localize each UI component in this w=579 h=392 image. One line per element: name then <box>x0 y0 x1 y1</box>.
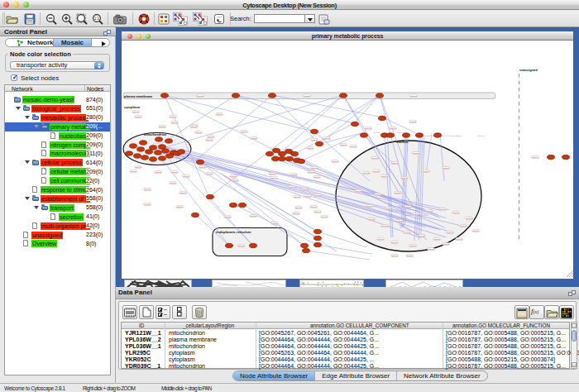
svg-text:(new id): (new id) <box>340 144 347 146</box>
svg-text:(new id): (new id) <box>447 232 453 233</box>
svg-text:(new id): (new id) <box>350 146 356 147</box>
svg-text:(new id): (new id) <box>423 170 429 172</box>
svg-text:(new id): (new id) <box>366 205 373 207</box>
svg-text:(new id): (new id) <box>290 174 297 175</box>
svg-text:(new id): (new id) <box>232 179 238 181</box>
svg-text:(new id): (new id) <box>311 167 318 169</box>
svg-text:(new id): (new id) <box>355 190 361 192</box>
svg-text:(new id): (new id) <box>413 152 419 154</box>
svg-text:cytoplasm: cytoplasm <box>124 105 141 109</box>
svg-text:(new id): (new id) <box>294 196 300 198</box>
svg-text:(new id): (new id) <box>171 171 178 173</box>
svg-text:(new id): (new id) <box>224 216 231 218</box>
svg-text:(new id): (new id) <box>206 173 213 174</box>
svg-text:(new id): (new id) <box>456 238 462 240</box>
svg-text:(new id): (new id) <box>404 206 411 208</box>
svg-text:(new id): (new id) <box>371 157 378 159</box>
svg-text:(new id): (new id) <box>385 208 391 209</box>
svg-text:(new id): (new id) <box>308 171 314 173</box>
svg-text:(new id): (new id) <box>401 177 408 179</box>
svg-text:(new id): (new id) <box>477 135 485 137</box>
svg-text:(new id): (new id) <box>391 162 398 164</box>
svg-text:(new id): (new id) <box>381 175 388 177</box>
svg-text:(new id): (new id) <box>293 213 299 214</box>
svg-text:(new id): (new id) <box>301 189 308 190</box>
svg-text:(new id): (new id) <box>439 208 446 210</box>
svg-text:(new id): (new id) <box>433 238 440 240</box>
svg-text:(new id): (new id) <box>289 186 295 188</box>
svg-text:(new id): (new id) <box>135 166 141 168</box>
svg-text:(new id): (new id) <box>368 218 375 220</box>
svg-text:(new id): (new id) <box>428 248 434 250</box>
svg-text:(new id): (new id) <box>304 95 310 97</box>
svg-text:(new id): (new id) <box>377 238 384 240</box>
svg-text:(new id): (new id) <box>460 225 467 227</box>
svg-text:(new id): (new id) <box>323 137 330 139</box>
svg-text:(new id): (new id) <box>237 245 244 246</box>
svg-text:(new id): (new id) <box>426 210 433 212</box>
svg-text:(new id): (new id) <box>409 245 416 246</box>
svg-text:(new id): (new id) <box>472 230 479 232</box>
svg-text:(new id): (new id) <box>332 160 338 162</box>
svg-text:(new id): (new id) <box>269 173 275 174</box>
svg-text:(new id): (new id) <box>410 95 417 97</box>
svg-text:(new id): (new id) <box>314 194 321 196</box>
svg-text:(new id): (new id) <box>251 137 257 139</box>
svg-text:(new id): (new id) <box>375 194 381 195</box>
svg-text:unassigned: unassigned <box>519 68 538 72</box>
svg-text:(new id): (new id) <box>271 222 278 224</box>
svg-text:nucleus: nucleus <box>396 140 409 144</box>
svg-text:(new id): (new id) <box>363 172 370 174</box>
svg-text:(new id): (new id) <box>443 167 449 169</box>
svg-text:annotation.GO CELLULAR_COMPONE: annotation.GO CELLULAR_COMPONENT <box>424 135 462 137</box>
svg-text:(new id): (new id) <box>199 166 206 168</box>
svg-text:(new id): (new id) <box>313 176 320 178</box>
svg-text:(new id): (new id) <box>395 192 401 194</box>
svg-text:(new id): (new id) <box>419 235 425 237</box>
svg-text:(new id): (new id) <box>466 218 472 219</box>
svg-text:(new id): (new id) <box>373 131 380 134</box>
svg-text:(new id): (new id) <box>171 122 178 123</box>
svg-text:(new id): (new id) <box>144 189 151 190</box>
svg-text:(new id): (new id) <box>373 170 380 172</box>
svg-text:(new id): (new id) <box>206 139 213 141</box>
svg-text:(new id): (new id) <box>381 225 388 227</box>
svg-text:(new id): (new id) <box>321 216 328 218</box>
svg-text:1:1: 1:1 <box>94 17 100 21</box>
svg-text:endoplasmic reticulum: endoplasmic reticulum <box>216 230 251 234</box>
svg-text:(new id): (new id) <box>311 139 318 141</box>
svg-text:(new id): (new id) <box>155 171 161 173</box>
svg-text:(new id): (new id) <box>406 255 413 256</box>
svg-text:(new id): (new id) <box>391 255 398 256</box>
svg-text:(new id): (new id) <box>216 113 223 115</box>
svg-text:(new id): (new id) <box>443 243 449 245</box>
svg-text:(new id): (new id) <box>241 131 247 132</box>
svg-text:mitochondrion: mitochondrion <box>144 132 167 136</box>
svg-text:(new id): (new id) <box>390 127 396 129</box>
svg-text:(new id): (new id) <box>404 232 410 233</box>
svg-text:(new id): (new id) <box>190 126 197 127</box>
svg-text:(new id): (new id) <box>197 95 203 97</box>
svg-text:(new id): (new id) <box>230 175 237 177</box>
svg-text:(new id): (new id) <box>176 206 183 208</box>
svg-text:(new id): (new id) <box>135 116 141 117</box>
svg-text:(new id): (new id) <box>314 211 321 213</box>
svg-text:(new id): (new id) <box>295 207 302 208</box>
svg-text:(new id): (new id) <box>452 212 459 213</box>
svg-text:plasma membrane: plasma membrane <box>124 94 153 98</box>
svg-text:(new id): (new id) <box>159 126 165 127</box>
svg-text:(new id): (new id) <box>250 215 256 217</box>
svg-text:(new id): (new id) <box>208 136 214 137</box>
svg-text:(new id): (new id) <box>144 203 151 205</box>
svg-text:(new id): (new id) <box>412 213 419 215</box>
svg-text:(new id): (new id) <box>183 175 189 177</box>
svg-text:(new id): (new id) <box>409 121 416 122</box>
svg-text:(new id): (new id) <box>391 241 398 243</box>
svg-text:(new id): (new id) <box>396 220 403 222</box>
svg-text:(new id): (new id) <box>365 127 371 129</box>
svg-text:(new id): (new id) <box>130 170 136 172</box>
svg-text:(new id): (new id) <box>132 111 139 112</box>
svg-text:(new id): (new id) <box>310 206 317 208</box>
svg-text:(new id): (new id) <box>195 131 202 133</box>
svg-text:(new id): (new id) <box>170 182 176 184</box>
